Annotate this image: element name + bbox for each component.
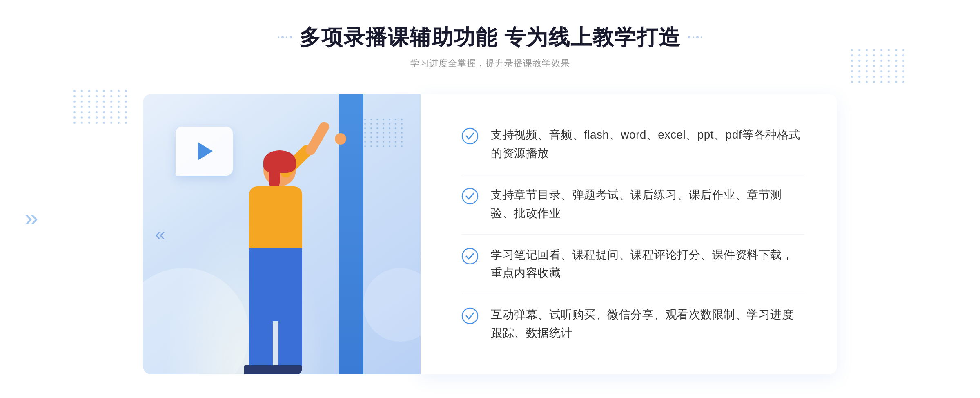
person-hand [335,133,346,145]
svg-point-1 [462,188,478,204]
main-title: 多项录播课辅助功能 专为线上教学打造 [299,25,681,50]
person-hair [263,150,296,173]
feature-item-2: 支持章节目录、弹题考试、课后练习、课后作业、章节测验、批改作业 [461,174,804,235]
features-panel: 支持视频、音频、flash、word、excel、ppt、pdf等各种格式的资源… [421,94,837,374]
feature-item-4: 互动弹幕、试听购买、微信分享、观看次数限制、学习进度跟踪、数据统计 [461,294,804,354]
svg-point-0 [462,128,478,144]
person-figure [200,137,331,374]
feature-item-1: 支持视频、音频、flash、word、excel、ppt、pdf等各种格式的资源… [461,114,804,174]
dots-decoration-left: document.currentScript.insertAdjacentHTM… [74,90,129,124]
deco-dot [688,36,690,38]
check-circle-icon-2 [461,188,479,205]
svg-point-3 [462,308,478,324]
deco-dot [290,36,292,38]
person-body [249,186,302,252]
feature-text-1: 支持视频、音频、flash、word、excel、ppt、pdf等各种格式的资源… [491,126,804,163]
sub-title: 学习进度全掌握，提升录播课教学效果 [410,57,570,69]
feature-text-2: 支持章节目录、弹题考试、课后练习、课后作业、章节测验、批改作业 [491,186,804,223]
check-circle-icon-3 [461,248,479,265]
page-wrapper: document.currentScript.insertAdjacentHTM… [0,0,980,398]
person-leg-right [278,313,302,370]
person-leg-left [249,313,273,370]
deco-dots-right [688,36,702,38]
illustration-container: document.currentScript.insertAdjacentHTM… [143,94,421,374]
check-circle-icon-1 [461,127,479,145]
content-area: document.currentScript.insertAdjacentHTM… [143,94,837,374]
chevron-left-icon: « [155,224,162,244]
dots-decoration-right: document.currentScript.insertAdjacentHTM… [851,49,906,83]
deco-dot [696,36,699,38]
illus-dots-grid: document.currentScript.insertAdjacentHTM… [364,119,404,147]
deco-dots-left [278,36,292,38]
person-shoe-right [272,365,302,374]
deco-dot [278,36,279,38]
page-chevron-icon: » [24,203,33,232]
svg-point-2 [462,248,478,264]
person-pants [249,248,302,321]
feature-item-3: 学习笔记回看、课程提问、课程评论打分、课件资料下载，重点内容收藏 [461,235,804,295]
deco-dot [693,36,694,38]
feature-text-3: 学习笔记回看、课程提问、课程评论打分、课件资料下载，重点内容收藏 [491,246,804,283]
person-arm-lower [304,120,331,157]
deco-dot [701,36,702,38]
deco-dot [281,36,284,38]
deco-dot [286,36,287,38]
illus-circle-medium [363,268,421,342]
header-decoration: 多项录播课辅助功能 专为线上教学打造 [278,25,702,50]
feature-text-4: 互动弹幕、试听购买、微信分享、观看次数限制、学习进度跟踪、数据统计 [491,306,804,342]
check-circle-icon-4 [461,307,479,324]
